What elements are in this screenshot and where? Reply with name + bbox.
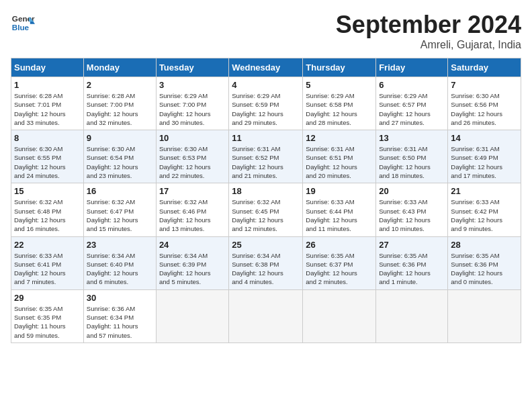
day-cell: 16Sunrise: 6:32 AM Sunset: 6:47 PM Dayli… [83,183,156,236]
day-cell: 11Sunrise: 6:31 AM Sunset: 6:52 PM Dayli… [229,130,303,183]
day-number: 7 [451,80,518,90]
day-number: 14 [451,133,518,143]
day-cell: 28Sunrise: 6:35 AM Sunset: 6:36 PM Dayli… [448,236,521,289]
day-info: Sunrise: 6:35 AM Sunset: 6:36 PM Dayligh… [451,251,518,287]
day-info: Sunrise: 6:31 AM Sunset: 6:51 PM Dayligh… [306,144,373,180]
calendar-table: SundayMondayTuesdayWednesdayThursdayFrid… [11,58,521,343]
day-number: 16 [87,186,153,196]
day-cell: 13Sunrise: 6:31 AM Sunset: 6:50 PM Dayli… [376,130,448,183]
day-cell [448,289,521,342]
day-cell: 4Sunrise: 6:29 AM Sunset: 6:59 PM Daylig… [229,77,303,130]
day-number: 29 [14,293,81,303]
day-number: 13 [379,133,445,143]
day-number: 11 [232,133,300,143]
day-number: 6 [379,80,445,90]
day-cell: 9Sunrise: 6:30 AM Sunset: 6:54 PM Daylig… [83,130,156,183]
day-number: 27 [379,240,445,250]
day-info: Sunrise: 6:32 AM Sunset: 6:45 PM Dayligh… [232,197,300,233]
day-info: Sunrise: 6:35 AM Sunset: 6:35 PM Dayligh… [14,304,81,340]
calendar-body: 1Sunrise: 6:28 AM Sunset: 7:01 PM Daylig… [11,77,521,343]
day-cell: 1Sunrise: 6:28 AM Sunset: 7:01 PM Daylig… [11,77,84,130]
day-number: 5 [306,80,373,90]
day-info: Sunrise: 6:30 AM Sunset: 6:54 PM Dayligh… [87,144,153,180]
day-info: Sunrise: 6:36 AM Sunset: 6:34 PM Dayligh… [87,304,153,340]
month-title: September 2024 [336,11,521,39]
day-info: Sunrise: 6:29 AM Sunset: 7:00 PM Dayligh… [159,91,226,127]
day-number: 12 [306,133,373,143]
logo-icon: General Blue [11,11,35,35]
day-info: Sunrise: 6:31 AM Sunset: 6:50 PM Dayligh… [379,144,445,180]
week-row-4: 22Sunrise: 6:33 AM Sunset: 6:41 PM Dayli… [11,236,521,289]
day-cell: 24Sunrise: 6:34 AM Sunset: 6:39 PM Dayli… [156,236,228,289]
day-cell: 2Sunrise: 6:28 AM Sunset: 7:00 PM Daylig… [83,77,156,130]
day-info: Sunrise: 6:29 AM Sunset: 6:58 PM Dayligh… [306,91,373,127]
day-info: Sunrise: 6:35 AM Sunset: 6:36 PM Dayligh… [379,251,445,287]
day-number: 19 [306,186,373,196]
day-number: 10 [159,133,226,143]
week-row-1: 1Sunrise: 6:28 AM Sunset: 7:01 PM Daylig… [11,77,521,130]
day-info: Sunrise: 6:31 AM Sunset: 6:49 PM Dayligh… [451,144,518,180]
weekday-friday: Friday [376,58,448,77]
location: Amreli, Gujarat, India [336,39,521,51]
day-info: Sunrise: 6:32 AM Sunset: 6:47 PM Dayligh… [87,197,153,233]
day-info: Sunrise: 6:30 AM Sunset: 6:53 PM Dayligh… [159,144,226,180]
week-row-5: 29Sunrise: 6:35 AM Sunset: 6:35 PM Dayli… [11,289,521,342]
svg-text:Blue: Blue [12,23,30,32]
day-cell: 25Sunrise: 6:34 AM Sunset: 6:38 PM Dayli… [229,236,303,289]
day-number: 23 [87,240,153,250]
day-cell: 14Sunrise: 6:31 AM Sunset: 6:49 PM Dayli… [448,130,521,183]
day-cell [303,289,376,342]
day-number: 20 [379,186,445,196]
weekday-sunday: Sunday [11,58,84,77]
day-number: 2 [87,80,153,90]
weekday-thursday: Thursday [303,58,376,77]
day-info: Sunrise: 6:33 AM Sunset: 6:43 PM Dayligh… [379,197,445,233]
day-cell: 17Sunrise: 6:32 AM Sunset: 6:46 PM Dayli… [156,183,228,236]
day-info: Sunrise: 6:32 AM Sunset: 6:46 PM Dayligh… [159,197,226,233]
day-number: 8 [14,133,81,143]
day-info: Sunrise: 6:34 AM Sunset: 6:39 PM Dayligh… [159,251,226,287]
day-number: 18 [232,186,300,196]
day-info: Sunrise: 6:34 AM Sunset: 6:38 PM Dayligh… [232,251,300,287]
day-info: Sunrise: 6:28 AM Sunset: 7:00 PM Dayligh… [87,91,153,127]
day-cell: 29Sunrise: 6:35 AM Sunset: 6:35 PM Dayli… [11,289,84,342]
day-number: 1 [14,80,81,90]
day-cell: 5Sunrise: 6:29 AM Sunset: 6:58 PM Daylig… [303,77,376,130]
logo: General Blue [11,11,35,35]
day-number: 28 [451,240,518,250]
day-cell [156,289,228,342]
day-cell: 26Sunrise: 6:35 AM Sunset: 6:37 PM Dayli… [303,236,376,289]
day-cell: 15Sunrise: 6:32 AM Sunset: 6:48 PM Dayli… [11,183,84,236]
day-info: Sunrise: 6:28 AM Sunset: 7:01 PM Dayligh… [14,91,81,127]
day-number: 26 [306,240,373,250]
day-cell: 6Sunrise: 6:29 AM Sunset: 6:57 PM Daylig… [376,77,448,130]
day-info: Sunrise: 6:33 AM Sunset: 6:42 PM Dayligh… [451,197,518,233]
day-info: Sunrise: 6:31 AM Sunset: 6:52 PM Dayligh… [232,144,300,180]
day-number: 25 [232,240,300,250]
day-number: 22 [14,240,81,250]
day-info: Sunrise: 6:33 AM Sunset: 6:44 PM Dayligh… [306,197,373,233]
day-number: 21 [451,186,518,196]
day-cell: 21Sunrise: 6:33 AM Sunset: 6:42 PM Dayli… [448,183,521,236]
day-cell [229,289,303,342]
header: General Blue September 2024 Amreli, Guja… [11,11,521,51]
day-number: 17 [159,186,226,196]
weekday-monday: Monday [83,58,156,77]
day-cell: 19Sunrise: 6:33 AM Sunset: 6:44 PM Dayli… [303,183,376,236]
day-info: Sunrise: 6:30 AM Sunset: 6:55 PM Dayligh… [14,144,81,180]
day-info: Sunrise: 6:29 AM Sunset: 6:59 PM Dayligh… [232,91,300,127]
day-number: 15 [14,186,81,196]
day-cell: 30Sunrise: 6:36 AM Sunset: 6:34 PM Dayli… [83,289,156,342]
day-info: Sunrise: 6:35 AM Sunset: 6:37 PM Dayligh… [306,251,373,287]
week-row-3: 15Sunrise: 6:32 AM Sunset: 6:48 PM Dayli… [11,183,521,236]
weekday-wednesday: Wednesday [229,58,303,77]
day-cell: 20Sunrise: 6:33 AM Sunset: 6:43 PM Dayli… [376,183,448,236]
day-info: Sunrise: 6:32 AM Sunset: 6:48 PM Dayligh… [14,197,81,233]
day-cell: 3Sunrise: 6:29 AM Sunset: 7:00 PM Daylig… [156,77,228,130]
day-cell: 27Sunrise: 6:35 AM Sunset: 6:36 PM Dayli… [376,236,448,289]
day-info: Sunrise: 6:33 AM Sunset: 6:41 PM Dayligh… [14,251,81,287]
week-row-2: 8Sunrise: 6:30 AM Sunset: 6:55 PM Daylig… [11,130,521,183]
day-number: 3 [159,80,226,90]
day-number: 30 [87,293,153,303]
day-cell: 23Sunrise: 6:34 AM Sunset: 6:40 PM Dayli… [83,236,156,289]
